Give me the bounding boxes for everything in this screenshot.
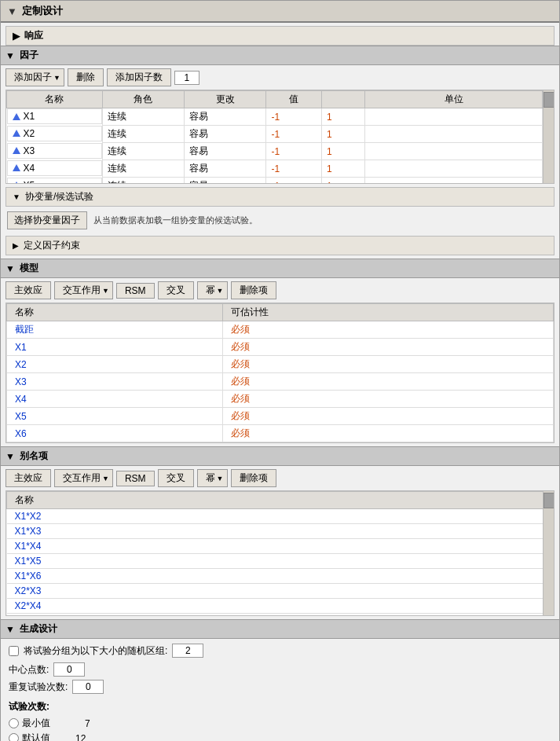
alias-delete-label: 删除项 — [240, 471, 268, 485]
add-factor-button[interactable]: 添加因子 ▼ — [5, 68, 64, 86]
add-factor-arrow: ▼ — [53, 74, 60, 82]
alias-main-effect-btn[interactable]: 主效应 — [5, 469, 51, 487]
alias-name-cell: X2*X4 — [7, 599, 544, 614]
covariate-btn[interactable]: 选择协变量因子 — [7, 211, 87, 229]
alias-table-row: X2*X5 — [7, 614, 555, 617]
model-est-cell: 必须 — [222, 339, 553, 356]
th-name: 名称 — [7, 91, 103, 108]
alias-section-header[interactable]: ▼ 别名项 — [1, 447, 559, 466]
replicate-input[interactable] — [72, 680, 104, 694]
response-section-header[interactable]: ▶ 响应 — [5, 26, 555, 46]
alias-interaction-btn[interactable]: 交互作用 ▼ — [54, 469, 113, 487]
main-title: 定制设计 — [22, 4, 63, 18]
model-delete-btn[interactable]: 删除项 — [231, 281, 276, 299]
model-cross-btn[interactable]: 交叉 — [158, 281, 194, 299]
alias-power-label: 幂 — [206, 471, 215, 485]
delete-label: 删除 — [76, 71, 95, 84]
model-section-header[interactable]: ▼ 模型 — [1, 259, 559, 278]
factor-name-cell: X3 — [7, 143, 102, 159]
factor-scrollbar[interactable] — [543, 90, 554, 183]
model-est-cell: 必须 — [222, 408, 553, 425]
covariate-header[interactable]: ▼ 协变量/候选试验 — [5, 187, 555, 207]
default-radio[interactable] — [9, 733, 19, 741]
alias-section: ▼ 别名项 主效应 交互作用 ▼ RSM 交叉 幂 ▼ 删除项 — [1, 446, 559, 616]
model-name-cell: X6 — [7, 425, 223, 442]
model-main-effect-btn[interactable]: 主效应 — [5, 281, 51, 299]
random-block-input[interactable] — [172, 644, 203, 658]
factor-section-header[interactable]: ▼ 因子 — [1, 46, 559, 65]
factor-name-cell: X5 — [7, 178, 102, 185]
alias-scrollbar[interactable] — [543, 491, 554, 615]
factor-val-min-cell: -1 — [266, 160, 321, 178]
alias-cross-btn[interactable]: 交叉 — [158, 469, 194, 487]
model-table: 名称 可估计性 截距 必须 X1 必须 X2 必须 X3 必须 X4 必须 X5… — [6, 303, 554, 442]
model-interaction-btn[interactable]: 交互作用 ▼ — [54, 281, 113, 299]
factor-val-min-cell: -1 — [266, 178, 321, 185]
th-unit: 单位 — [365, 91, 543, 108]
alias-power-btn[interactable]: 幂 ▼ — [197, 469, 228, 487]
alias-table: 名称 X1*X2 X1*X3 X1*X4 X1*X5 X1*X6 X2*X3 X… — [6, 491, 554, 616]
model-power-label: 幂 — [206, 284, 215, 297]
factor-name-cell: X1 — [7, 108, 102, 124]
factor-name-value: X4 — [24, 163, 35, 174]
factor-unit-cell — [365, 178, 543, 185]
factor-role-cell: 连续 — [102, 178, 184, 185]
model-est-cell: 必须 — [222, 321, 553, 339]
model-section: ▼ 模型 主效应 交互作用 ▼ RSM 交叉 幂 ▼ 删除项 — [1, 259, 559, 443]
factor-section: ▼ 因子 添加因子 ▼ 删除 添加因子数 名称 角色 更改 — [1, 46, 559, 184]
random-block-label: 将试验分组为以下大小的随机区组: — [24, 644, 167, 658]
model-toolbar: 主效应 交互作用 ▼ RSM 交叉 幂 ▼ 删除项 — [1, 278, 559, 303]
center-points-input[interactable] — [53, 662, 85, 677]
factor-unit-cell — [365, 108, 543, 126]
model-name-cell: X2 — [7, 356, 223, 373]
title-triangle: ▼ — [7, 6, 17, 17]
factor-unit-cell — [365, 143, 543, 160]
min-radio[interactable] — [9, 718, 19, 728]
model-table-row: 截距 必须 — [7, 321, 554, 339]
factor-table-row: X1 连续 容易 -1 1 — [7, 108, 554, 126]
model-table-row: X6 必须 — [7, 425, 554, 442]
factor-change-cell: 容易 — [185, 143, 266, 160]
constraint-section[interactable]: ▶ 定义因子约束 — [5, 236, 555, 255]
default-row: 默认值 12 — [9, 732, 551, 741]
factor-change-cell: 容易 — [185, 108, 266, 126]
trials-label: 试验次数: — [9, 700, 551, 713]
model-main-effect-label: 主效应 — [14, 284, 42, 297]
factor-toolbar: 添加因子 ▼ 删除 添加因子数 — [1, 65, 559, 90]
factor-val-min-cell: -1 — [266, 143, 321, 160]
model-rsm-btn[interactable]: RSM — [116, 283, 155, 299]
alias-power-arrow: ▼ — [217, 475, 224, 482]
model-name-cell: 截距 — [7, 321, 223, 339]
model-table-row: X3 必须 — [7, 373, 554, 391]
factor-table-wrapper: 名称 角色 更改 值 单位 X1 连续 容易 -1 1 — [5, 90, 555, 184]
response-label: 响应 — [24, 29, 43, 42]
factor-icon — [13, 130, 20, 137]
factor-label: 因子 — [20, 49, 38, 62]
alias-interaction-arrow: ▼ — [102, 475, 109, 482]
random-block-checkbox[interactable] — [9, 646, 19, 656]
factor-name-value: X2 — [24, 128, 35, 139]
alias-rsm-btn[interactable]: RSM — [116, 471, 155, 486]
title-bar: ▼ 定制设计 — [1, 1, 559, 23]
add-factor-count-label: 添加因子数 — [115, 71, 163, 84]
model-table-row: X2 必须 — [7, 356, 554, 373]
model-name-cell: X5 — [7, 408, 223, 425]
add-factor-count-button[interactable]: 添加因子数 — [107, 68, 171, 86]
add-factor-label: 添加因子 — [14, 71, 52, 84]
alias-table-row: X2*X3 — [7, 584, 555, 599]
model-label: 模型 — [20, 262, 38, 275]
factor-change-cell: 容易 — [185, 178, 266, 185]
alias-delete-btn[interactable]: 删除项 — [231, 469, 276, 487]
factor-name-cell: X2 — [7, 126, 102, 141]
factor-count-input[interactable] — [174, 71, 199, 85]
response-triangle: ▶ — [13, 31, 20, 42]
model-est-cell: 必须 — [222, 373, 553, 391]
alias-name-cell: X1*X3 — [7, 524, 544, 539]
alias-table-row: X1*X6 — [7, 569, 555, 584]
generate-section-header[interactable]: ▼ 生成设计 — [1, 620, 559, 639]
factor-table-row: X4 连续 容易 -1 1 — [7, 160, 554, 178]
factor-val-max-cell: 1 — [321, 143, 365, 160]
generate-label: 生成设计 — [20, 622, 57, 636]
model-power-btn[interactable]: 幂 ▼ — [197, 281, 228, 299]
delete-factor-button[interactable]: 删除 — [68, 68, 104, 86]
